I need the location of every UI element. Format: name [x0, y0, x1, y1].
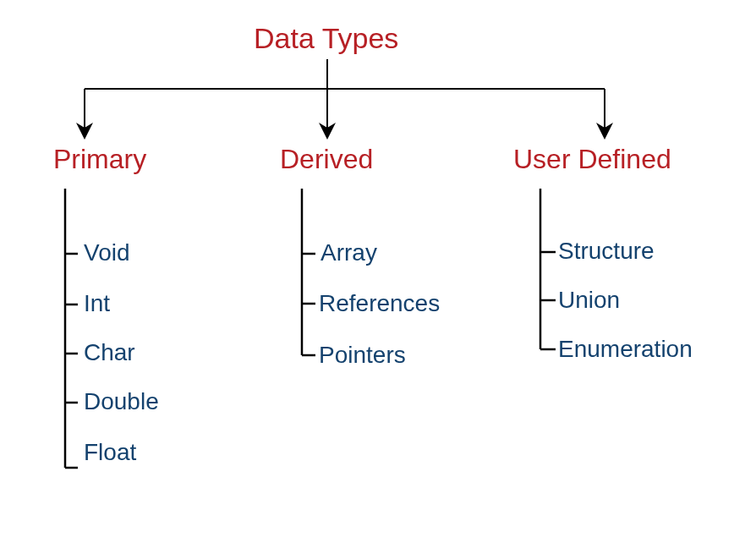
leaf-void: Void [84, 239, 130, 266]
category-derived: Derived [280, 144, 373, 175]
category-user-defined: User Defined [513, 144, 671, 175]
leaf-int: Int [84, 290, 110, 317]
leaf-char: Char [84, 339, 135, 366]
leaf-structure: Structure [558, 238, 655, 265]
leaf-pointers: Pointers [319, 342, 406, 369]
leaf-array: Array [320, 239, 377, 266]
root-title: Data Types [254, 22, 398, 55]
leaf-double: Double [84, 388, 159, 415]
leaf-float: Float [84, 439, 136, 466]
leaf-enumeration: Enumeration [558, 336, 693, 363]
leaf-references: References [319, 290, 440, 317]
category-primary: Primary [53, 144, 146, 175]
leaf-union: Union [558, 287, 620, 314]
